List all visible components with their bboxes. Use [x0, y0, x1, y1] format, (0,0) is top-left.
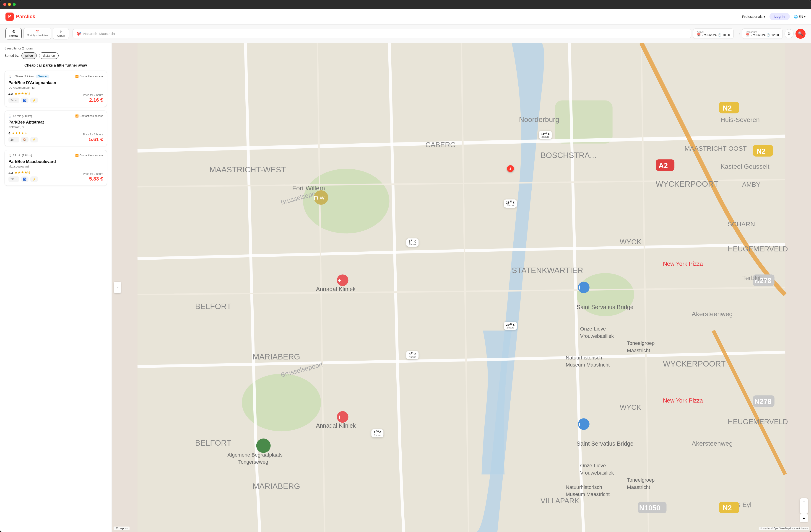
- tab-tickets[interactable]: ⏱ Tickets: [5, 28, 22, 40]
- map-pin-2850-top[interactable]: 28.50 € 2 hours: [504, 200, 517, 208]
- walk-icon: 🚶: [9, 154, 12, 157]
- price-value: 2.16 €: [83, 97, 103, 103]
- calendar-icon: 📅: [35, 30, 39, 33]
- map-collapse-button[interactable]: ‹: [114, 282, 121, 293]
- map-pin-216[interactable]: 2.16 € 2 hours: [371, 429, 383, 437]
- svg-text:MAASTRICHT-WEST: MAASTRICHT-WEST: [209, 165, 286, 174]
- rating-amenities: 4.3 ★★★★½ 2m↔ ♿ ⚡: [9, 92, 38, 103]
- amenity-size: 2m↔: [9, 176, 19, 182]
- svg-text:STATENKWARTIER: STATENKWARTIER: [512, 266, 583, 275]
- price-block: Price for 2 hours 5.61 €: [83, 133, 103, 142]
- svg-text:Akersteenweg: Akersteenweg: [692, 440, 733, 447]
- parking-card[interactable]: 🚶 +60 min (3.9 km) Cheaper 📶 Contactless…: [4, 71, 107, 107]
- svg-text:N2: N2: [756, 147, 766, 155]
- map-container[interactable]: MAASTRICHT-WEST BOSCHSTRA... STATENKWART…: [112, 43, 811, 532]
- svg-text:Kasteel Geusselt: Kasteel Geusselt: [720, 163, 769, 170]
- rating-row: 4 ★★★★☆: [9, 131, 38, 135]
- zoom-in-button[interactable]: +: [800, 498, 808, 506]
- main-content: 8 results for 2 hours Sorted by: price d…: [0, 43, 811, 532]
- arrival-group: Arrival 📅 27/06/2024 🕙 10:00: [693, 29, 734, 39]
- svg-text:WYCKERPOORT: WYCKERPOORT: [663, 359, 726, 368]
- location-search[interactable]: 🎯 Nazareth Maastricht: [73, 29, 691, 38]
- svg-text:Vrouwebasiliek: Vrouwebasiliek: [580, 333, 614, 339]
- amenity-ev: ⚡: [30, 176, 38, 182]
- arrival-label-block: Arrival 📅 27/06/2024 🕙 10:00: [697, 31, 730, 37]
- svg-text:Onze-Lieve-: Onze-Lieve-: [580, 326, 608, 332]
- svg-text:Annadal Kliniek: Annadal Kliniek: [316, 422, 356, 429]
- filter-button[interactable]: ⚙: [784, 29, 794, 38]
- svg-text:Toneelgroep: Toneelgroep: [627, 477, 655, 483]
- price-value: 5.83 €: [83, 176, 103, 182]
- svg-text:Vrouwebasiliek: Vrouwebasiliek: [580, 470, 614, 476]
- svg-text:Saint Servatius Bridge: Saint Servatius Bridge: [577, 304, 633, 310]
- svg-text:WYCKERPOORT: WYCKERPOORT: [656, 179, 718, 188]
- svg-text:Museum Maastricht: Museum Maastricht: [566, 362, 610, 367]
- svg-text:N1050: N1050: [639, 504, 660, 512]
- svg-text:WYCK: WYCK: [619, 238, 641, 246]
- amenity-ev: ⚡: [30, 97, 38, 103]
- rating-amenities: 4 ★★★★☆ 2m↔ 🏠 ⚡: [9, 131, 38, 142]
- cheaper-badge: Cheaper: [35, 75, 49, 78]
- wifi-icon: 📶: [75, 154, 79, 157]
- map-pin-561-top[interactable]: 5.61 € 2 hours: [407, 238, 418, 247]
- map-attribution: © Mapbox © OpenStreetMap Improve this ma…: [759, 527, 809, 530]
- card-bottom: 4.3 ★★★★½ 2m↔ ♿ ⚡ Price for 2 hours 2.16…: [9, 92, 103, 103]
- professionals-nav[interactable]: Professionals ▾: [742, 15, 765, 19]
- svg-text:Natuurhistorisch: Natuurhistorisch: [566, 355, 602, 361]
- amenities: 2m↔ ♿ ⚡: [9, 97, 38, 103]
- svg-text:Huis-Severen: Huis-Severen: [720, 116, 760, 123]
- svg-text:BELFORT: BELFORT: [195, 439, 231, 447]
- svg-text:+: +: [338, 413, 341, 421]
- contactless-info: 📶 Contactless access: [75, 154, 103, 157]
- minimize-button[interactable]: [8, 3, 11, 6]
- map-cluster[interactable]: 2: [507, 165, 514, 172]
- svg-text:BELFORT: BELFORT: [195, 302, 231, 311]
- svg-text:Natuurhistorisch: Natuurhistorisch: [566, 484, 602, 490]
- close-button[interactable]: [3, 3, 6, 6]
- wifi-icon: 📶: [75, 114, 79, 118]
- map-pin-561-bot[interactable]: 5.61 € 2 hours: [407, 351, 418, 359]
- wifi-icon: 📶: [75, 75, 79, 78]
- compass-button[interactable]: ▲: [800, 514, 808, 522]
- sort-row: Sorted by: price distance: [4, 52, 107, 59]
- translate-icon: 🌐: [794, 15, 798, 18]
- map-pin-1450[interactable]: 14.50 € 2 hours: [539, 131, 552, 139]
- search-bar: ⏱ Tickets 📅 Monthly subscription ✈ Airpo…: [0, 25, 811, 43]
- rating-amenities: 4.3 ★★★★½ 2m↔ ♿ ⚡: [9, 171, 38, 182]
- zoom-out-button[interactable]: −: [800, 506, 808, 514]
- sort-price-button[interactable]: price: [21, 52, 37, 59]
- clock-icon: 🕙: [766, 33, 770, 37]
- search-button[interactable]: 🔍: [795, 29, 806, 39]
- parking-card[interactable]: 🚶 47 min (2.8 km) 📶 Contactless access P…: [4, 111, 107, 146]
- price-block: Price for 2 hours 5.83 €: [83, 172, 103, 182]
- svg-text:WYCK: WYCK: [619, 403, 641, 411]
- logo[interactable]: P Parclick: [5, 13, 35, 21]
- svg-text:Onze-Lieve-: Onze-Lieve-: [580, 463, 608, 468]
- map-pin-2850-bot[interactable]: 28.50 € 2 hours: [504, 322, 517, 330]
- card-meta: 🚶 29 min (1.8 km) 📶 Contactless access: [9, 154, 103, 157]
- card-name: ParkBee D'Artagnanlaan: [9, 80, 103, 85]
- location-icon: 🎯: [76, 31, 81, 36]
- language-switcher[interactable]: 🌐 EN ▾: [794, 15, 806, 18]
- tab-monthly[interactable]: 📅 Monthly subscription: [24, 28, 51, 40]
- card-bottom: 4 ★★★★☆ 2m↔ 🏠 ⚡ Price for 2 hours 5.61 €: [9, 131, 103, 142]
- location-text: Nazareth Maastricht: [83, 32, 115, 35]
- amenity-size: 2m↔: [9, 137, 19, 142]
- logo-text: Parclick: [16, 14, 35, 20]
- departure-label-block: Departure 📅 27/06/2024 🕙 12:00: [746, 31, 779, 37]
- login-button[interactable]: Log in: [769, 13, 790, 20]
- maximize-button[interactable]: [13, 3, 16, 6]
- clock-icon: 🕙: [718, 33, 721, 37]
- sort-distance-button[interactable]: distance: [39, 52, 59, 59]
- departure-date-value: 📅 27/06/2024 🕙 12:00: [746, 33, 779, 37]
- amenity-covered: 🏠: [21, 137, 29, 142]
- contactless-info: 📶 Contactless access: [75, 75, 103, 78]
- tab-airport[interactable]: ✈ Airport: [53, 28, 69, 40]
- parking-card[interactable]: 🚶 29 min (1.8 km) 📶 Contactless access P…: [4, 150, 107, 186]
- walk-info: 🚶 +60 min (3.9 km) Cheaper: [9, 75, 49, 78]
- svg-rect-0: [138, 43, 785, 532]
- svg-rect-4: [555, 100, 612, 143]
- section-title: Cheap car parks a little further away: [4, 63, 107, 67]
- walk-icon: 🚶: [9, 75, 12, 78]
- price-value: 5.61 €: [83, 137, 103, 142]
